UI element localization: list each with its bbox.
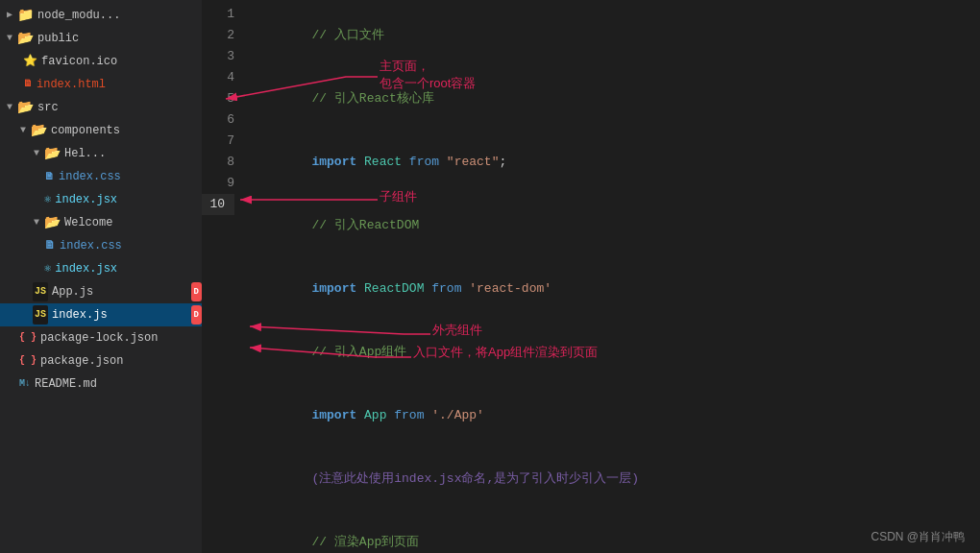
sidebar-item-welcome-jsx[interactable]: ⚛ index.jsx bbox=[0, 257, 202, 280]
css-icon: 🗎 bbox=[44, 236, 56, 255]
sidebar-item-label: index.jsx bbox=[55, 190, 202, 209]
dirty-badge: D bbox=[191, 282, 202, 301]
code-line-2: // 引入React核心库 bbox=[252, 67, 980, 131]
folder-open-icon: 📂 bbox=[31, 121, 47, 140]
sidebar-item-label: index.js bbox=[52, 305, 187, 325]
class-name: ReactDOM bbox=[364, 281, 431, 296]
file-explorer: ▶ 📁 node_modu... ▼ 📂 public ⭐ favicon.ic… bbox=[0, 0, 202, 553]
folder-open-icon: 📂 bbox=[44, 144, 61, 163]
code-line-5: import ReactDOM from 'react-dom' bbox=[252, 257, 980, 321]
folder-open-icon: 📂 bbox=[17, 98, 34, 117]
sidebar-item-label: Hel... bbox=[64, 144, 202, 163]
chevron-icon: ▼ bbox=[31, 213, 42, 232]
semicolon: ; bbox=[499, 155, 506, 169]
keyword-from: from bbox=[431, 281, 469, 296]
code-editor: 1 2 3 4 5 6 7 8 9 10 // 入口文件 // 引入React核… bbox=[202, 0, 980, 553]
watermark: CSDN @肖肖冲鸭 bbox=[870, 529, 965, 545]
sidebar-item-hello[interactable]: ▼ 📂 Hel... bbox=[0, 142, 202, 165]
keyword-from: from bbox=[409, 155, 447, 169]
sidebar-item-label: package.json bbox=[40, 351, 202, 371]
string-value: 'react-dom' bbox=[469, 281, 551, 296]
comment-text: // 引入App组件 bbox=[311, 345, 406, 359]
code-line-1: // 入口文件 bbox=[252, 4, 980, 67]
code-line-7: import App from './App' bbox=[252, 384, 980, 447]
folder-open-icon: 📂 bbox=[17, 29, 34, 48]
string-value: "react" bbox=[447, 155, 500, 169]
sidebar-item-label: App.js bbox=[52, 282, 187, 301]
sidebar-item-hello-css[interactable]: 🗎 index.css bbox=[0, 165, 202, 188]
sidebar-item-label: package-lock.json bbox=[40, 328, 202, 348]
chevron-icon: ▼ bbox=[4, 98, 15, 117]
sidebar-item-app-js[interactable]: JS App.js D bbox=[0, 280, 202, 303]
comment-text: // 引入ReactDOM bbox=[311, 218, 419, 232]
sidebar-item-package-lock[interactable]: { } package-lock.json bbox=[0, 326, 202, 349]
js-icon: JS bbox=[33, 305, 48, 325]
chevron-icon: ▼ bbox=[17, 121, 29, 140]
code-line-8: (注意此处使用index.jsx命名,是为了引入时少引入一层) bbox=[252, 447, 980, 511]
annotation-comment: (注意此处使用index.jsx命名,是为了引入时少引入一层) bbox=[311, 471, 639, 486]
sidebar-item-label: index.css bbox=[59, 167, 202, 186]
sidebar-item-label: Welcome bbox=[64, 213, 202, 232]
code-lines: // 入口文件 // 引入React核心库 import React from … bbox=[244, 4, 980, 553]
file-tree: ▶ 📁 node_modu... ▼ 📂 public ⭐ favicon.ic… bbox=[0, 4, 202, 396]
chevron-icon: ▼ bbox=[31, 144, 42, 163]
css-icon: 🗎 bbox=[44, 167, 55, 186]
jsx-icon: ⚛ bbox=[44, 259, 51, 278]
sidebar-item-index-js[interactable]: JS index.js D bbox=[0, 303, 202, 326]
comment-text: // 引入React核心库 bbox=[311, 91, 433, 106]
comment-text: // 入口文件 bbox=[311, 28, 383, 42]
keyword-from: from bbox=[394, 408, 431, 422]
json-icon: { } bbox=[19, 351, 37, 371]
sidebar-item-favicon[interactable]: ⭐ favicon.ico bbox=[0, 50, 202, 73]
json-icon: { } bbox=[19, 328, 37, 348]
sidebar-item-label: node_modu... bbox=[37, 6, 202, 25]
sidebar-item-label: index.html bbox=[37, 75, 202, 94]
sidebar-item-label: README.md bbox=[35, 374, 202, 394]
sidebar-item-label: index.css bbox=[60, 236, 202, 255]
sidebar-item-label: components bbox=[51, 121, 202, 140]
sidebar-item-public[interactable]: ▼ 📂 public bbox=[0, 27, 202, 50]
comment-text: // 渲染App到页面 bbox=[311, 535, 419, 549]
sidebar-item-label: public bbox=[37, 29, 202, 48]
keyword-import: import bbox=[311, 155, 364, 169]
js-icon: JS bbox=[33, 282, 48, 301]
keyword-import: import bbox=[311, 281, 364, 296]
folder-icon: 📁 bbox=[17, 6, 34, 25]
sidebar-item-node-modules[interactable]: ▶ 📁 node_modu... bbox=[0, 4, 202, 27]
sidebar-item-label: src bbox=[37, 98, 202, 117]
sidebar-item-label: favicon.ico bbox=[41, 52, 202, 71]
string-value: './App' bbox=[431, 408, 484, 422]
sidebar-item-src[interactable]: ▼ 📂 src bbox=[0, 96, 202, 119]
code-line-6: // 引入App组件 bbox=[252, 321, 980, 384]
sidebar-item-hello-jsx[interactable]: ⚛ index.jsx bbox=[0, 188, 202, 211]
sidebar-item-components[interactable]: ▼ 📂 components bbox=[0, 119, 202, 142]
code-line-4: // 引入ReactDOM bbox=[252, 194, 980, 257]
html-icon: 🗎 bbox=[23, 75, 33, 94]
md-icon: M↓ bbox=[19, 374, 31, 394]
sidebar-item-welcome-css[interactable]: 🗎 index.css bbox=[0, 234, 202, 257]
class-name: App bbox=[364, 408, 394, 422]
sidebar-item-index-html[interactable]: 🗎 index.html bbox=[0, 73, 202, 96]
sidebar-item-label: index.jsx bbox=[55, 259, 202, 278]
dirty-badge: D bbox=[191, 305, 202, 325]
sidebar-item-readme[interactable]: M↓ README.md bbox=[0, 373, 202, 396]
folder-open-icon: 📂 bbox=[44, 213, 61, 232]
jsx-icon: ⚛ bbox=[44, 190, 51, 209]
class-name: React bbox=[364, 155, 409, 169]
line-numbers: 1 2 3 4 5 6 7 8 9 10 bbox=[202, 4, 244, 553]
chevron-icon: ▶ bbox=[4, 6, 15, 25]
sidebar-item-welcome[interactable]: ▼ 📂 Welcome bbox=[0, 211, 202, 234]
code-content: 1 2 3 4 5 6 7 8 9 10 // 入口文件 // 引入React核… bbox=[202, 0, 980, 553]
sidebar-item-package-json[interactable]: { } package.json bbox=[0, 349, 202, 373]
favicon-icon: ⭐ bbox=[23, 52, 37, 71]
code-line-3: import React from "react"; bbox=[252, 131, 980, 194]
keyword-import: import bbox=[311, 408, 364, 422]
chevron-icon: ▼ bbox=[4, 29, 15, 48]
